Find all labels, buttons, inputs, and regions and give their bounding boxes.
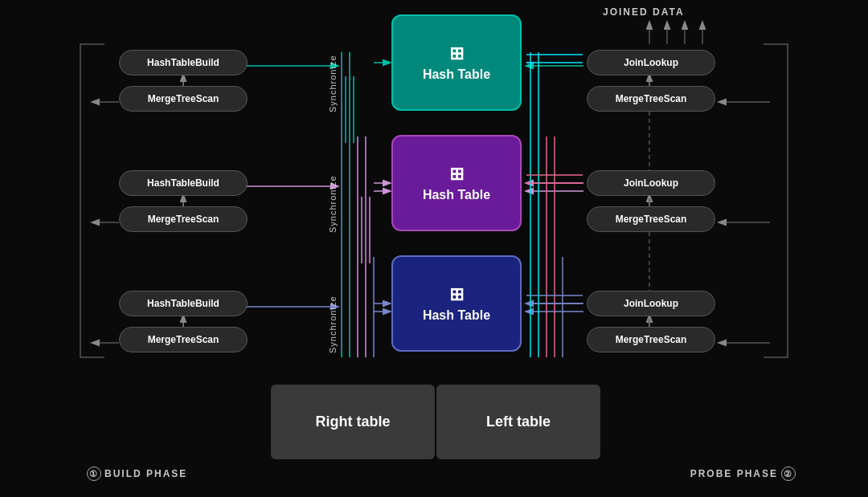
hash-table-teal-label: Hash Table <box>423 67 490 82</box>
hash-table-navy-label: Hash Table <box>423 308 490 323</box>
joined-data-label: JOINED DATA <box>603 6 685 18</box>
sync-label-3: Synchronize <box>328 265 338 353</box>
probe-phase-number: ② <box>781 466 796 481</box>
hashtablebuild-2: HashTableBuild <box>119 170 248 196</box>
mergetreescan-r2: MergeTreeScan <box>587 206 715 232</box>
left-table-box: Left table <box>436 385 600 459</box>
hash-table-teal-icon: ⊞ <box>449 43 464 64</box>
mergetreescan-r3: MergeTreeScan <box>587 327 715 352</box>
mergetreescan-1: MergeTreeScan <box>119 86 248 112</box>
mergetreescan-r1: MergeTreeScan <box>587 86 715 112</box>
probe-phase-label: PROBE PHASE ② <box>690 466 796 481</box>
hashtablebuild-1: HashTableBuild <box>119 50 248 75</box>
hash-table-navy-icon: ⊞ <box>449 284 464 305</box>
sync-label-2: Synchronize <box>328 145 338 233</box>
diagram-container: ⊞ Hash Table ⊞ Hash Table ⊞ Hash Table S… <box>0 0 868 497</box>
hash-table-navy: ⊞ Hash Table <box>391 255 522 352</box>
build-phase-number: ① <box>87 466 101 481</box>
hashtablebuild-3: HashTableBuild <box>119 291 248 316</box>
sync-label-1: Synchronize <box>328 24 338 112</box>
joinlookup-2: JoinLookup <box>587 170 715 196</box>
hash-table-purple-icon: ⊞ <box>449 164 464 185</box>
hash-table-purple: ⊞ Hash Table <box>391 135 522 231</box>
joinlookup-3: JoinLookup <box>587 291 715 316</box>
mergetreescan-3: MergeTreeScan <box>119 327 248 352</box>
mergetreescan-2: MergeTreeScan <box>119 206 248 232</box>
build-phase-label: ① BUILD PHASE <box>87 466 187 481</box>
hash-table-teal: ⊞ Hash Table <box>391 14 522 111</box>
joinlookup-1: JoinLookup <box>587 50 715 75</box>
hash-table-purple-label: Hash Table <box>423 188 490 202</box>
right-table-box: Right table <box>271 385 435 459</box>
